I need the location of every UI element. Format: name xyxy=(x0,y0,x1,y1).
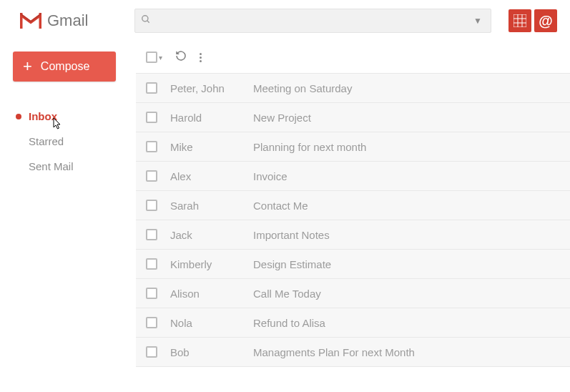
email-subject: Meeting on Saturday xyxy=(253,82,570,94)
sidebar-item-sent[interactable]: Sent Mail xyxy=(29,160,126,172)
email-checkbox[interactable] xyxy=(146,288,157,299)
email-sender: Harold xyxy=(170,112,253,124)
email-row[interactable]: SarahContact Me xyxy=(136,191,570,220)
sidebar: + Compose Inbox Starred Sent Mail xyxy=(0,41,136,392)
email-sender: Mike xyxy=(170,141,253,153)
email-checkbox[interactable] xyxy=(146,317,157,328)
email-subject: Refund to Alisa xyxy=(253,317,570,329)
email-row[interactable]: HaroldNew Project xyxy=(136,103,570,132)
email-row[interactable]: KimberlyDesign Estimate xyxy=(136,250,570,279)
email-row[interactable]: AlexInvoice xyxy=(136,162,570,191)
gmail-icon xyxy=(20,13,41,29)
svg-line-4 xyxy=(147,21,149,23)
email-checkbox[interactable] xyxy=(146,82,157,94)
sidebar-nav: Inbox Starred Sent Mail xyxy=(13,110,126,172)
email-checkbox[interactable] xyxy=(146,200,157,211)
email-sender: Peter, John xyxy=(170,82,253,94)
plus-icon: + xyxy=(23,59,32,74)
main-content: ▾ Peter, JohnMeeting on SaturdayHaroldNe… xyxy=(136,41,570,392)
compose-button[interactable]: + Compose xyxy=(13,52,116,82)
email-checkbox[interactable] xyxy=(146,229,157,240)
grid-view-button[interactable] xyxy=(508,9,531,32)
header-action-buttons: @ xyxy=(508,9,557,32)
email-subject: Important Notes xyxy=(253,229,570,241)
email-checkbox[interactable] xyxy=(146,258,157,270)
email-checkbox[interactable] xyxy=(146,112,157,123)
logo-text: Gmail xyxy=(47,11,88,30)
email-subject: New Project xyxy=(253,112,570,124)
compose-label: Compose xyxy=(41,60,89,73)
svg-point-3 xyxy=(142,16,148,21)
email-subject: Call Me Today xyxy=(253,288,570,300)
email-subject: Contact Me xyxy=(253,200,570,212)
sidebar-item-label: Starred xyxy=(29,135,64,147)
email-subject: Design Estimate xyxy=(253,258,570,270)
mentions-button[interactable]: @ xyxy=(534,9,557,32)
svg-rect-5 xyxy=(514,14,526,27)
email-row[interactable]: NolaRefund to Alisa xyxy=(136,308,570,338)
email-checkbox[interactable] xyxy=(146,346,157,358)
email-sender: Alison xyxy=(170,288,253,300)
email-list: Peter, JohnMeeting on SaturdayHaroldNew … xyxy=(136,73,570,367)
email-checkbox[interactable] xyxy=(146,141,157,152)
email-subject: Managments Plan For next Month xyxy=(253,346,570,358)
email-subject: Invoice xyxy=(253,170,570,182)
email-row[interactable]: Peter, JohnMeeting on Saturday xyxy=(136,74,570,103)
email-sender: Nola xyxy=(170,317,253,329)
select-all-checkbox[interactable] xyxy=(146,52,157,63)
email-subject: Planning for next month xyxy=(253,141,570,153)
search-icon xyxy=(141,14,151,27)
email-row[interactable]: AlisonCall Me Today xyxy=(136,279,570,308)
email-sender: Jack xyxy=(170,229,253,241)
search-options-dropdown[interactable]: ▼ xyxy=(471,16,485,26)
email-toolbar: ▾ xyxy=(136,41,570,73)
sidebar-item-label: Inbox xyxy=(29,110,57,122)
email-sender: Bob xyxy=(170,346,253,358)
email-row[interactable]: JackImportant Notes xyxy=(136,220,570,250)
email-checkbox[interactable] xyxy=(146,170,157,182)
email-sender: Kimberly xyxy=(170,258,253,270)
header: Gmail ▼ @ xyxy=(0,0,570,41)
sidebar-item-inbox[interactable]: Inbox xyxy=(29,110,126,122)
grid-icon xyxy=(514,14,526,27)
chevron-down-icon[interactable]: ▾ xyxy=(159,54,162,62)
refresh-button[interactable] xyxy=(175,50,187,64)
search-bar[interactable]: ▼ xyxy=(134,9,491,33)
more-button[interactable] xyxy=(200,53,202,62)
at-icon: @ xyxy=(539,14,553,28)
email-sender: Sarah xyxy=(170,200,253,212)
logo[interactable]: Gmail xyxy=(20,11,123,30)
email-row[interactable]: MikePlanning for next month xyxy=(136,132,570,162)
search-input[interactable] xyxy=(151,15,471,26)
select-all[interactable]: ▾ xyxy=(146,52,162,63)
sidebar-item-label: Sent Mail xyxy=(29,160,74,172)
email-sender: Alex xyxy=(170,170,253,182)
sidebar-item-starred[interactable]: Starred xyxy=(29,135,126,147)
email-row[interactable]: BobManagments Plan For next Month xyxy=(136,338,570,367)
